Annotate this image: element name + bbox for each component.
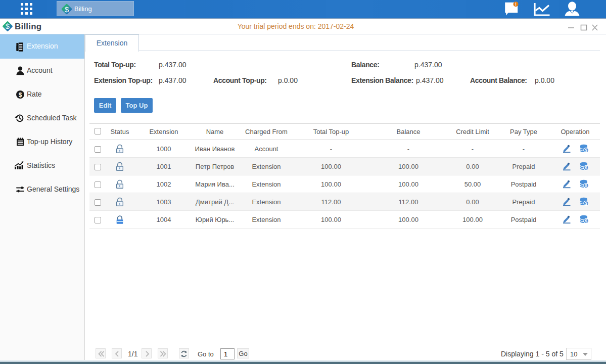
svg-text:$: $ [585, 201, 587, 206]
svg-text:$: $ [585, 165, 587, 170]
svg-text:$: $ [585, 183, 587, 188]
svg-text:$: $ [19, 92, 22, 99]
svg-text:$: $ [585, 218, 587, 223]
svg-text:$: $ [585, 148, 587, 153]
svg-text:$: $ [65, 5, 69, 14]
svg-text:!: ! [515, 2, 517, 7]
